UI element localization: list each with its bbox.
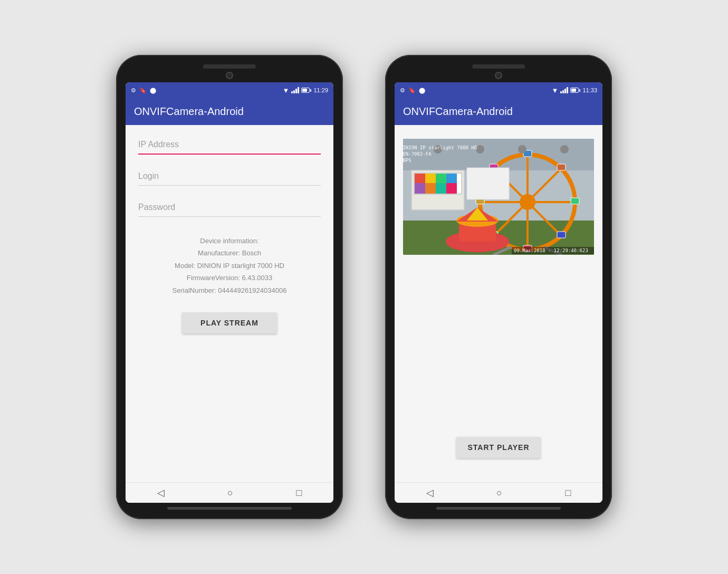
password-input[interactable]: [138, 198, 321, 217]
recents-nav-icon[interactable]: □: [296, 487, 302, 499]
phone1-bottom-nav: ◁ ○ □: [126, 482, 333, 503]
device-info: Device information: Manufacturer: Bosch …: [138, 235, 321, 296]
svg-rect-19: [557, 232, 566, 238]
circle-icon: ⬤: [150, 87, 156, 94]
phone1-top-bar: [126, 64, 333, 69]
phone1-app-title: ONVIFCamera-Android: [134, 106, 325, 118]
phone1-status-right: ▼ 11:29: [283, 87, 328, 94]
phone2-screen: ⚙ 🔖 ⬤ ▼ 11:33: [395, 82, 602, 503]
phone2-top-bar: [395, 64, 602, 69]
svg-rect-36: [425, 183, 436, 194]
phone1-content: Device information: Manufacturer: Bosch …: [126, 125, 333, 482]
phone2-app-bar: ONVIFCamera-Android: [395, 98, 602, 125]
svg-text:GBPS: GBPS: [403, 158, 411, 163]
phone2-time: 11:33: [582, 87, 597, 93]
circle-icon-2: ⬤: [419, 87, 425, 94]
start-player-button[interactable]: START PLAYER: [456, 437, 541, 458]
svg-rect-17: [571, 198, 579, 204]
svg-point-41: [476, 145, 484, 154]
svg-rect-34: [446, 174, 457, 183]
phone2-status-bar: ⚙ 🔖 ⬤ ▼ 11:33: [395, 82, 602, 98]
svg-point-43: [560, 145, 569, 154]
back-nav-icon[interactable]: ◁: [157, 487, 165, 499]
phone2-content: DINION IP starlight 7000 HD MEN-7002-FA …: [395, 125, 602, 482]
svg-point-42: [518, 145, 526, 154]
gear-icon: ⚙: [131, 87, 136, 94]
phone1-status-left: ⚙ 🔖 ⬤: [131, 87, 156, 94]
phone2-bottom-spacer: [403, 458, 594, 474]
svg-text:MEN-7002-FA: MEN-7002-FA: [403, 151, 432, 157]
phone2-app-title: ONVIFCamera-Android: [403, 106, 594, 118]
svg-text:DINION IP starlight 7000 HD: DINION IP starlight 7000 HD: [403, 145, 477, 150]
phone1-time: 11:29: [313, 87, 328, 93]
phone1-status-bar: ⚙ 🔖 ⬤ ▼: [126, 82, 333, 98]
wifi-icon: ▼: [283, 87, 290, 94]
phone2-spacer: [403, 265, 594, 437]
signal-icon: [291, 87, 299, 93]
svg-rect-37: [436, 183, 446, 194]
ip-address-input[interactable]: [138, 136, 321, 155]
phone1-bottom-bar: [167, 507, 292, 510]
phone2-camera-area: [395, 72, 602, 79]
login-input[interactable]: [138, 167, 321, 186]
phone2-camera-dot: [495, 72, 502, 79]
play-stream-button[interactable]: PLAY STREAM: [182, 312, 277, 333]
svg-rect-39: [467, 168, 509, 199]
phone1-screen: ⚙ 🔖 ⬤ ▼: [126, 82, 333, 503]
phone2-speaker: [472, 64, 525, 69]
password-field-wrap: [138, 198, 321, 217]
phone2-bottom-nav: ◁ ○ □: [395, 482, 602, 503]
bookmark-icon-2: 🔖: [408, 87, 416, 94]
svg-rect-32: [425, 174, 436, 183]
phone1-speaker: [203, 64, 256, 69]
wifi-icon-2: ▼: [552, 87, 559, 94]
svg-rect-31: [415, 174, 425, 183]
gear-icon-2: ⚙: [400, 87, 405, 94]
battery-icon: [301, 88, 311, 93]
camera-feed-area: DINION IP starlight 7000 HD MEN-7002-FA …: [403, 139, 594, 255]
battery-icon-2: [570, 88, 580, 93]
svg-text:09.Mar.2018 - 12:29:46:623: 09.Mar.2018 - 12:29:46:623: [514, 248, 588, 253]
bookmark-icon: 🔖: [139, 87, 147, 94]
signal-icon-2: [560, 87, 568, 93]
back-nav-icon-2[interactable]: ◁: [426, 487, 434, 499]
phone1-camera-area: [126, 72, 333, 79]
phone1: ⚙ 🔖 ⬤ ▼: [116, 55, 343, 519]
svg-rect-33: [436, 174, 446, 183]
phone1-app-bar: ONVIFCamera-Android: [126, 98, 333, 125]
login-field-wrap: [138, 167, 321, 186]
phone2-bottom-bar: [436, 507, 561, 510]
phone1-camera-dot: [226, 72, 233, 79]
home-nav-icon[interactable]: ○: [227, 487, 233, 499]
svg-rect-20: [557, 164, 566, 170]
phone2: ⚙ 🔖 ⬤ ▼ 11:33: [385, 55, 612, 519]
phone2-status-left: ⚙ 🔖 ⬤: [400, 87, 425, 94]
camera-feed-image: DINION IP starlight 7000 HD MEN-7002-FA …: [403, 139, 594, 255]
phone2-status-right: ▼ 11:33: [552, 87, 597, 94]
recents-nav-icon-2[interactable]: □: [565, 487, 571, 499]
ip-address-field-wrap: [138, 136, 321, 155]
svg-rect-35: [415, 183, 425, 194]
svg-rect-38: [446, 183, 457, 194]
home-nav-icon-2[interactable]: ○: [496, 487, 502, 499]
